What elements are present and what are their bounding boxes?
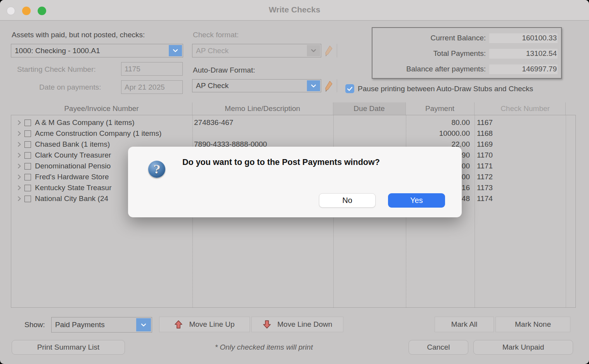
mark-unpaid-label: Mark Unpaid <box>502 343 544 352</box>
balance-after-payments-field: 146997.79 <box>489 64 558 74</box>
disclosure-chevron-icon[interactable] <box>17 163 21 169</box>
row-checkbox[interactable] <box>24 174 31 180</box>
date-on-payments-field[interactable]: Apr 21 2025 <box>121 80 183 94</box>
column-header-check-number[interactable]: Check Number <box>474 102 576 115</box>
pause-printing-checkbox[interactable] <box>345 84 354 93</box>
starting-check-number-field[interactable]: 1175 <box>121 62 183 76</box>
disclosure-chevron-icon[interactable] <box>17 196 21 201</box>
pause-printing-label: Pause printing between Auto-Draw Stubs a… <box>358 85 533 93</box>
column-header-payment[interactable]: Payment <box>405 102 474 115</box>
current-balance-value: 160100.33 <box>522 34 557 42</box>
yes-button[interactable]: Yes <box>388 193 445 208</box>
table-header: Payee/Invoice Number Memo Line/Descripti… <box>11 102 576 115</box>
total-payments-value: 13102.54 <box>526 49 557 58</box>
disclosure-chevron-icon[interactable] <box>17 185 21 191</box>
date-on-payments-value: Apr 21 2025 <box>125 83 165 92</box>
due-date-cell <box>333 117 406 128</box>
balance-after-payments-value: 146997.79 <box>522 65 557 73</box>
checked-items-note: * Only checked items will print <box>167 343 361 352</box>
cancel-label: Cancel <box>427 343 450 352</box>
row-checkbox[interactable] <box>24 120 31 126</box>
row-checkbox[interactable] <box>24 196 31 202</box>
date-on-payments-label: Date on payments: <box>39 83 101 92</box>
row-checkbox[interactable] <box>24 130 31 137</box>
chevron-down-icon[interactable] <box>169 45 182 56</box>
divider <box>337 44 337 57</box>
arrow-up-icon <box>174 320 183 329</box>
cancel-button[interactable]: Cancel <box>409 340 468 355</box>
balance-summary-box: Current Balance: 160100.33 Total Payment… <box>372 27 562 79</box>
payee-cell: Acme Construction Company (1 items) <box>11 128 192 139</box>
check-number-cell: 1170 <box>475 150 577 161</box>
assets-label: Assets with paid, but not posted, checks… <box>12 31 145 39</box>
row-checkbox[interactable] <box>24 152 31 159</box>
due-date-cell <box>333 128 406 139</box>
total-payments-label: Total Payments: <box>433 49 486 58</box>
row-checkbox[interactable] <box>24 141 31 148</box>
print-summary-list-button[interactable]: Print Summary List <box>12 340 125 355</box>
move-line-up-button[interactable]: Move Line Up <box>159 317 250 332</box>
payee-label: A & M Gas Company (1 items) <box>35 118 135 127</box>
payee-label: Acme Construction Company (1 items) <box>35 129 161 138</box>
divider <box>337 79 337 92</box>
question-mark-icon: ? <box>148 161 165 178</box>
payee-label: Chased Bank (1 items) <box>35 140 110 149</box>
row-checkbox[interactable] <box>24 185 31 191</box>
payee-label: Fred's Hardware Store <box>35 173 109 181</box>
check-number-cell: 1168 <box>475 128 577 139</box>
payee-cell: A & M Gas Company (1 items) <box>11 117 192 128</box>
memo-cell: 274836-467 <box>192 117 333 128</box>
memo-cell <box>192 128 333 139</box>
column-header-memo[interactable]: Memo Line/Description <box>192 102 333 115</box>
disclosure-chevron-icon[interactable] <box>17 142 21 147</box>
dialog-message: Do you want to go to the Post Payments w… <box>182 158 380 167</box>
disclosure-chevron-icon[interactable] <box>17 131 21 136</box>
starting-check-number-label: Starting Check Number: <box>17 65 96 74</box>
chevron-down-icon <box>307 45 320 56</box>
payment-cell: 80.00 <box>406 117 475 128</box>
payee-label: Denominational Pensio <box>35 162 111 170</box>
column-header-due-date[interactable]: Due Date <box>333 102 405 115</box>
check-format-select: AP Check <box>192 44 321 57</box>
no-button[interactable]: No <box>319 193 376 208</box>
disclosure-chevron-icon[interactable] <box>17 153 21 158</box>
check-format-label: Check format: <box>193 31 239 39</box>
payee-label: National City Bank (24 <box>35 194 108 203</box>
starting-check-number-value: 1175 <box>125 65 140 73</box>
check-number-cell: 1171 <box>475 161 577 172</box>
disclosure-chevron-icon[interactable] <box>17 120 21 125</box>
arrow-down-icon <box>263 320 271 329</box>
mark-unpaid-button[interactable]: Mark Unpaid <box>473 340 573 355</box>
row-checkbox[interactable] <box>24 163 31 170</box>
mark-none-button[interactable]: Mark None <box>495 317 570 332</box>
payment-cell: 10000.00 <box>406 128 475 139</box>
move-line-up-label: Move Line Up <box>189 320 234 329</box>
mark-all-button[interactable]: Mark All <box>435 317 494 332</box>
disclosure-chevron-icon[interactable] <box>17 174 21 180</box>
move-line-down-button[interactable]: Move Line Down <box>251 317 343 332</box>
show-filter-value: Paid Payments <box>55 321 105 329</box>
total-payments-field: 13102.54 <box>489 49 558 59</box>
payee-label: Clark County Treasurer <box>35 151 111 159</box>
column-header-payee[interactable]: Payee/Invoice Number <box>11 102 192 115</box>
post-payments-dialog: ? Do you want to go to the Post Payments… <box>128 147 462 217</box>
mark-all-label: Mark All <box>451 320 478 329</box>
check-number-cell: 1167 <box>475 117 577 128</box>
chevron-down-icon[interactable] <box>307 80 320 91</box>
autodraw-format-select[interactable]: AP Check <box>192 79 321 92</box>
assets-account-select[interactable]: 1000: Checking - 1000.A1 <box>11 44 183 57</box>
table-row[interactable]: A & M Gas Company (1 items)274836-46780.… <box>11 117 575 128</box>
move-line-down-label: Move Line Down <box>277 320 333 329</box>
title-bar: Write Checks <box>0 0 589 21</box>
chevron-down-icon[interactable] <box>136 318 151 331</box>
show-label: Show: <box>24 321 45 329</box>
show-filter-select[interactable]: Paid Payments <box>51 317 152 333</box>
check-number-cell: 1174 <box>475 193 577 204</box>
mark-none-label: Mark None <box>515 320 551 329</box>
edit-pencil-icon <box>324 45 333 57</box>
edit-pencil-icon[interactable] <box>324 80 333 92</box>
payee-label: Kentucky State Treasur <box>35 184 112 192</box>
print-summary-list-label: Print Summary List <box>37 343 99 352</box>
table-row[interactable]: Acme Construction Company (1 items)10000… <box>11 128 575 139</box>
check-number-cell: 1173 <box>475 182 577 193</box>
